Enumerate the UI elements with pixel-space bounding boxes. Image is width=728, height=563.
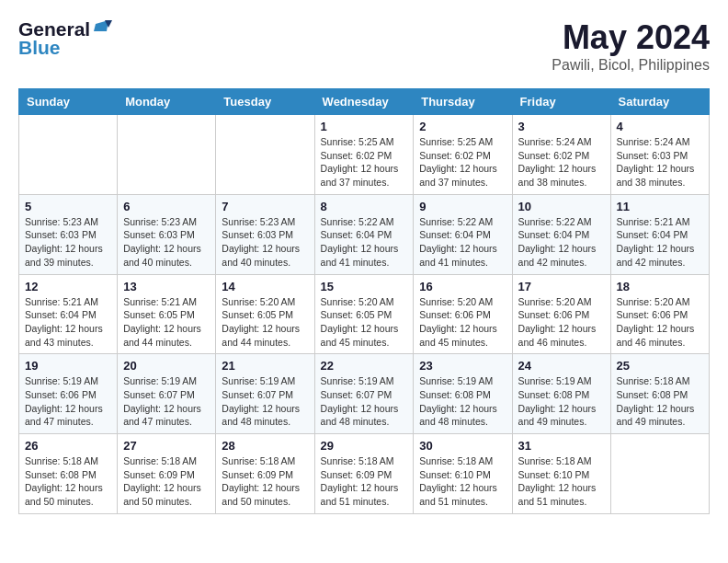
day-number: 1 bbox=[321, 120, 408, 133]
calendar-cell: 20Sunrise: 5:19 AM Sunset: 6:07 PM Dayli… bbox=[118, 354, 216, 434]
calendar-week-row: 1Sunrise: 5:25 AM Sunset: 6:02 PM Daylig… bbox=[19, 115, 710, 195]
logo: General Blue bbox=[18, 18, 112, 59]
day-number: 13 bbox=[123, 280, 210, 293]
day-number: 14 bbox=[222, 280, 308, 293]
day-info: Sunrise: 5:21 AM Sunset: 6:04 PM Dayligh… bbox=[25, 295, 111, 350]
calendar-cell: 11Sunrise: 5:21 AM Sunset: 6:04 PM Dayli… bbox=[610, 194, 709, 274]
day-info: Sunrise: 5:18 AM Sunset: 6:08 PM Dayligh… bbox=[617, 374, 703, 429]
day-number: 9 bbox=[419, 200, 506, 213]
day-info: Sunrise: 5:21 AM Sunset: 6:04 PM Dayligh… bbox=[617, 215, 703, 270]
calendar-week-row: 12Sunrise: 5:21 AM Sunset: 6:04 PM Dayli… bbox=[19, 274, 710, 354]
day-number: 21 bbox=[222, 359, 308, 373]
day-info: Sunrise: 5:18 AM Sunset: 6:08 PM Dayligh… bbox=[25, 454, 111, 509]
calendar-cell bbox=[610, 434, 709, 514]
calendar-cell: 30Sunrise: 5:18 AM Sunset: 6:10 PM Dayli… bbox=[414, 434, 512, 514]
day-info: Sunrise: 5:18 AM Sunset: 6:09 PM Dayligh… bbox=[321, 454, 408, 509]
calendar-cell: 6Sunrise: 5:23 AM Sunset: 6:03 PM Daylig… bbox=[118, 194, 216, 274]
calendar-cell: 21Sunrise: 5:19 AM Sunset: 6:07 PM Dayli… bbox=[216, 354, 314, 434]
day-number: 6 bbox=[123, 200, 210, 213]
day-info: Sunrise: 5:24 AM Sunset: 6:03 PM Dayligh… bbox=[617, 135, 703, 190]
day-number: 15 bbox=[321, 280, 408, 293]
day-number: 10 bbox=[518, 200, 605, 213]
day-number: 11 bbox=[617, 200, 703, 213]
calendar-cell: 15Sunrise: 5:20 AM Sunset: 6:05 PM Dayli… bbox=[314, 274, 414, 354]
day-number: 20 bbox=[123, 359, 210, 373]
day-info: Sunrise: 5:19 AM Sunset: 6:08 PM Dayligh… bbox=[419, 374, 506, 429]
day-number: 17 bbox=[518, 280, 605, 293]
day-number: 2 bbox=[419, 120, 506, 133]
day-info: Sunrise: 5:18 AM Sunset: 6:10 PM Dayligh… bbox=[518, 454, 605, 509]
calendar-cell: 31Sunrise: 5:18 AM Sunset: 6:10 PM Dayli… bbox=[512, 434, 610, 514]
day-number: 8 bbox=[321, 200, 408, 213]
calendar-cell: 10Sunrise: 5:22 AM Sunset: 6:04 PM Dayli… bbox=[512, 194, 610, 274]
day-info: Sunrise: 5:20 AM Sunset: 6:05 PM Dayligh… bbox=[222, 295, 308, 350]
logo-combined: General Blue bbox=[18, 18, 112, 59]
col-header-tuesday: Tuesday bbox=[216, 89, 314, 115]
day-info: Sunrise: 5:18 AM Sunset: 6:09 PM Dayligh… bbox=[222, 454, 308, 509]
calendar-cell bbox=[19, 115, 118, 195]
day-info: Sunrise: 5:25 AM Sunset: 6:02 PM Dayligh… bbox=[321, 135, 408, 190]
day-info: Sunrise: 5:18 AM Sunset: 6:10 PM Dayligh… bbox=[419, 454, 506, 509]
day-number: 16 bbox=[419, 280, 506, 293]
day-info: Sunrise: 5:25 AM Sunset: 6:02 PM Dayligh… bbox=[419, 135, 506, 190]
calendar-cell: 12Sunrise: 5:21 AM Sunset: 6:04 PM Dayli… bbox=[19, 274, 118, 354]
day-number: 4 bbox=[617, 120, 703, 133]
day-number: 30 bbox=[419, 439, 506, 453]
logo-blue-text: Blue bbox=[18, 37, 61, 59]
calendar-cell: 29Sunrise: 5:18 AM Sunset: 6:09 PM Dayli… bbox=[314, 434, 414, 514]
calendar-cell: 18Sunrise: 5:20 AM Sunset: 6:06 PM Dayli… bbox=[610, 274, 709, 354]
calendar-cell: 3Sunrise: 5:24 AM Sunset: 6:02 PM Daylig… bbox=[512, 115, 610, 195]
logo-bird-icon bbox=[92, 18, 112, 39]
calendar-cell: 22Sunrise: 5:19 AM Sunset: 6:07 PM Dayli… bbox=[314, 354, 414, 434]
calendar-cell: 26Sunrise: 5:18 AM Sunset: 6:08 PM Dayli… bbox=[19, 434, 118, 514]
day-info: Sunrise: 5:23 AM Sunset: 6:03 PM Dayligh… bbox=[123, 215, 210, 270]
col-header-friday: Friday bbox=[512, 89, 610, 115]
day-info: Sunrise: 5:23 AM Sunset: 6:03 PM Dayligh… bbox=[25, 215, 111, 270]
day-number: 25 bbox=[617, 359, 703, 373]
day-info: Sunrise: 5:24 AM Sunset: 6:02 PM Dayligh… bbox=[518, 135, 605, 190]
calendar-cell: 5Sunrise: 5:23 AM Sunset: 6:03 PM Daylig… bbox=[19, 194, 118, 274]
calendar-week-row: 5Sunrise: 5:23 AM Sunset: 6:03 PM Daylig… bbox=[19, 194, 710, 274]
day-info: Sunrise: 5:20 AM Sunset: 6:06 PM Dayligh… bbox=[617, 295, 703, 350]
calendar-cell: 19Sunrise: 5:19 AM Sunset: 6:06 PM Dayli… bbox=[19, 354, 118, 434]
calendar-cell bbox=[118, 115, 216, 195]
day-number: 26 bbox=[25, 439, 111, 453]
col-header-wednesday: Wednesday bbox=[314, 89, 414, 115]
calendar-cell: 27Sunrise: 5:18 AM Sunset: 6:09 PM Dayli… bbox=[118, 434, 216, 514]
calendar-cell: 25Sunrise: 5:18 AM Sunset: 6:08 PM Dayli… bbox=[610, 354, 709, 434]
day-number: 23 bbox=[419, 359, 506, 373]
day-info: Sunrise: 5:23 AM Sunset: 6:03 PM Dayligh… bbox=[222, 215, 308, 270]
day-info: Sunrise: 5:20 AM Sunset: 6:06 PM Dayligh… bbox=[518, 295, 605, 350]
month-title: May 2024 bbox=[552, 18, 710, 57]
calendar-cell: 14Sunrise: 5:20 AM Sunset: 6:05 PM Dayli… bbox=[216, 274, 314, 354]
day-number: 7 bbox=[222, 200, 308, 213]
day-info: Sunrise: 5:22 AM Sunset: 6:04 PM Dayligh… bbox=[321, 215, 408, 270]
day-number: 29 bbox=[321, 439, 408, 453]
day-info: Sunrise: 5:21 AM Sunset: 6:05 PM Dayligh… bbox=[123, 295, 210, 350]
calendar-cell: 1Sunrise: 5:25 AM Sunset: 6:02 PM Daylig… bbox=[314, 115, 414, 195]
day-info: Sunrise: 5:19 AM Sunset: 6:07 PM Dayligh… bbox=[321, 374, 408, 429]
day-info: Sunrise: 5:22 AM Sunset: 6:04 PM Dayligh… bbox=[419, 215, 506, 270]
day-info: Sunrise: 5:20 AM Sunset: 6:05 PM Dayligh… bbox=[321, 295, 408, 350]
calendar-cell: 23Sunrise: 5:19 AM Sunset: 6:08 PM Dayli… bbox=[414, 354, 512, 434]
calendar-cell: 2Sunrise: 5:25 AM Sunset: 6:02 PM Daylig… bbox=[414, 115, 512, 195]
calendar-cell bbox=[216, 115, 314, 195]
calendar-cell: 7Sunrise: 5:23 AM Sunset: 6:03 PM Daylig… bbox=[216, 194, 314, 274]
day-number: 22 bbox=[321, 359, 408, 373]
calendar-table: SundayMondayTuesdayWednesdayThursdayFrid… bbox=[18, 88, 710, 514]
day-number: 28 bbox=[222, 439, 308, 453]
calendar-cell: 8Sunrise: 5:22 AM Sunset: 6:04 PM Daylig… bbox=[314, 194, 414, 274]
col-header-thursday: Thursday bbox=[414, 89, 512, 115]
day-info: Sunrise: 5:19 AM Sunset: 6:07 PM Dayligh… bbox=[123, 374, 210, 429]
col-header-monday: Monday bbox=[118, 89, 216, 115]
day-info: Sunrise: 5:19 AM Sunset: 6:08 PM Dayligh… bbox=[518, 374, 605, 429]
calendar-cell: 24Sunrise: 5:19 AM Sunset: 6:08 PM Dayli… bbox=[512, 354, 610, 434]
day-number: 5 bbox=[25, 200, 111, 213]
location: Pawili, Bicol, Philippines bbox=[552, 57, 710, 74]
calendar-cell: 28Sunrise: 5:18 AM Sunset: 6:09 PM Dayli… bbox=[216, 434, 314, 514]
day-number: 27 bbox=[123, 439, 210, 453]
calendar-week-row: 19Sunrise: 5:19 AM Sunset: 6:06 PM Dayli… bbox=[19, 354, 710, 434]
calendar-cell: 16Sunrise: 5:20 AM Sunset: 6:06 PM Dayli… bbox=[414, 274, 512, 354]
page-header: General Blue May 2024 Pawili, Bicol, Phi… bbox=[18, 18, 710, 74]
calendar-cell: 17Sunrise: 5:20 AM Sunset: 6:06 PM Dayli… bbox=[512, 274, 610, 354]
